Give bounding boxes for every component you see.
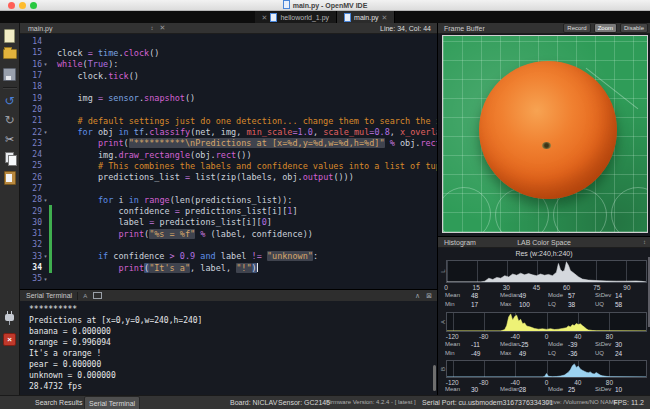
tab-helloworld_1.py[interactable]: ✕helloworld_1.py [255, 11, 338, 23]
serial-port-status: Serial Port: cu.usbmodem3167376334301 [422, 396, 553, 409]
cut-button[interactable]: ✂ [3, 133, 16, 146]
code-text: clock.tick() [52, 71, 139, 81]
line-number: 33 [20, 252, 42, 261]
document-icon [283, 0, 290, 9]
line-number: 31 [20, 229, 42, 238]
code-text: # This combines the labels and confidenc… [52, 161, 437, 171]
orange-stem [542, 142, 551, 149]
serial-line: Predictions at [x=0,y=0,w=240,h=240] [29, 315, 437, 326]
code-text: # default settings just do one detection… [52, 116, 437, 126]
code-line: 28▾ for i in range(len(predictions_list)… [20, 194, 437, 205]
open-file-combo[interactable]: main.py [28, 25, 53, 32]
line-number: 35 [20, 274, 42, 283]
code-text: if confidence > 0.9 and label != "unknow… [52, 251, 318, 261]
line-number: 22 [20, 128, 42, 137]
redo-button[interactable]: ↻ [3, 114, 16, 127]
code-text: for i in range(len(predictions_list)): [52, 195, 292, 205]
fold-marker-icon[interactable]: ▾ [42, 253, 49, 259]
serial-line: ********** [29, 304, 437, 315]
line-number: 28 [20, 195, 42, 204]
code-text: img = sensor.snapshot() [52, 93, 195, 103]
close-tab-icon[interactable]: ✕ [382, 14, 388, 21]
tab-main.py[interactable]: main.py✕ [337, 11, 395, 23]
code-line: 31 print("%s = %f" % (label, confidence)… [20, 228, 437, 239]
fold-marker-icon[interactable]: ▾ [42, 129, 49, 135]
detach-panel-icon[interactable]: ⊠ [426, 292, 432, 300]
open-file-button[interactable] [3, 49, 16, 62]
code-text: img.draw_rectangle(obj.rect()) [52, 150, 252, 160]
serial-terminal-output[interactable]: **********Predictions at [x=0,y=0,w=240,… [20, 301, 437, 395]
line-number: 16 [20, 60, 42, 69]
histogram-plot-L [446, 260, 647, 283]
undo-button[interactable]: ↺ [3, 95, 16, 108]
connect-button[interactable] [3, 314, 16, 327]
histogram-stats-row: Mean48Median49Mode57StDev14 [438, 292, 650, 301]
zoom-button[interactable]: Zoom [594, 23, 617, 33]
histogram-stats-row: Min-49Max49LQ-36UQ24 [438, 350, 650, 359]
disable-button[interactable]: Disable [620, 23, 648, 33]
window-icon[interactable] [93, 292, 102, 299]
fold-marker-icon[interactable]: ▾ [42, 197, 49, 203]
save-file-button[interactable] [3, 68, 16, 81]
combo-arrows-icon[interactable]: ↕ [151, 25, 154, 31]
histogram-stats-row: Mean-11Median-25Mode-39StDev30 [438, 341, 650, 350]
close-tab-icon[interactable]: ✕ [262, 14, 268, 21]
code-text: print("%s = %f" % (label, confidence)) [52, 229, 313, 239]
histogram-header: Histogram LAB Color Space ↕ [438, 236, 650, 248]
change-bar [49, 81, 52, 92]
fold-marker-icon[interactable]: ▾ [42, 276, 49, 282]
histogram-stats-row: Min17Max100LQ38UQ58 [438, 301, 650, 310]
new-file-button[interactable] [3, 29, 16, 42]
histogram-plot-B [446, 360, 647, 378]
change-bar [49, 104, 52, 115]
line-number: 34 [20, 263, 42, 272]
line-number: 19 [20, 94, 42, 103]
file-icon [344, 13, 351, 22]
serial-line: It's a orange ! [29, 348, 437, 359]
toolbar: ↺↻✂× [0, 23, 20, 395]
status-bar: Search Results Serial Terminal Board: NI… [0, 395, 650, 409]
code-line: 35▾ [20, 273, 437, 284]
window-title: main.py - OpenMV IDE [0, 0, 650, 11]
stop-script-button[interactable]: × [3, 333, 16, 346]
openmv-ide-window: main.py - OpenMV IDE ✕helloworld_1.pymai… [0, 0, 650, 409]
cursor-position: Line: 34, Col: 44 [380, 25, 431, 32]
record-button[interactable]: Record [563, 23, 590, 33]
font-size-icon[interactable]: A [83, 293, 87, 299]
frame-buffer-image[interactable] [442, 35, 648, 233]
firmware-status: Firmware Version: 4.2.4 - [ latest ] [326, 396, 416, 409]
colorspace-select[interactable]: LAB Color Space [438, 239, 650, 246]
frame-buffer-title: Frame Buffer [444, 25, 485, 32]
line-number: 15 [20, 48, 42, 57]
code-text: confidence = predictions_list[i][1] [52, 206, 298, 216]
histogram-axis: 0153045607590 [446, 284, 647, 291]
serial-terminal-toggle[interactable]: Serial Terminal [84, 396, 140, 409]
serial-line: unknown = 0.000000 [29, 370, 437, 381]
cut-icon: ✂ [3, 133, 16, 146]
line-number: 21 [20, 116, 42, 125]
code-text: for obj in tf.classify(net, img, min_sca… [52, 127, 437, 137]
paste-button[interactable] [3, 171, 16, 184]
close-editor-icon[interactable]: ✕ [160, 24, 166, 32]
code-line: 34 print("It's a", label, "!") [20, 262, 437, 273]
serial-scrollbar[interactable] [433, 365, 436, 391]
collapse-panel-icon[interactable]: ∧ [415, 292, 420, 300]
copy-icon [5, 152, 14, 163]
code-line: 14 [20, 36, 437, 47]
code-line: 30 label = predictions_list[i][0] [20, 217, 437, 228]
change-bar [49, 183, 52, 194]
fold-marker-icon[interactable]: ▾ [42, 61, 49, 67]
stop-script-icon: × [3, 333, 16, 346]
line-number: 25 [20, 161, 42, 170]
copy-button[interactable] [3, 152, 16, 165]
serial-line: pear = 0.000000 [29, 359, 437, 370]
code-text: print("It's a", label, "!") [52, 263, 258, 273]
histogram-axis: -120-80-4004080 [446, 379, 647, 386]
code-line: 16▾while(True): [20, 59, 437, 70]
code-editor[interactable]: 1415clock = time.clock()16▾while(True):1… [20, 34, 437, 291]
search-results-toggle[interactable]: Search Results [35, 396, 82, 409]
line-number: 23 [20, 139, 42, 148]
code-line: 15clock = time.clock() [20, 47, 437, 58]
code-line: 27 [20, 183, 437, 194]
redo-icon: ↻ [3, 114, 16, 127]
